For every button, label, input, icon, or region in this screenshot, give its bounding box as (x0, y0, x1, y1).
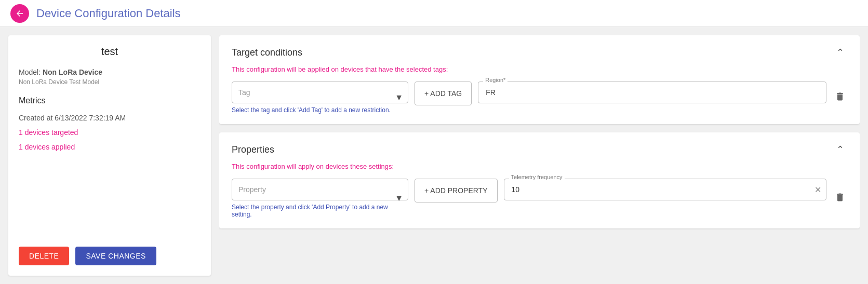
right-panel: Target conditions ⌃ This configuration w… (219, 35, 860, 276)
delete-region-button[interactable] (833, 89, 847, 106)
devices-targeted: 1 devices targeted (19, 128, 201, 137)
left-panel: test Model: Non LoRa Device Non LoRa Dev… (8, 35, 211, 276)
region-input[interactable] (478, 82, 826, 103)
delete-telemetry-button[interactable] (833, 190, 847, 207)
tag-hint: Select the tag and click 'Add Tag' to ad… (232, 106, 408, 114)
telemetry-label: Telemetry frequency (509, 174, 565, 180)
tag-dropdown[interactable]: Tag (232, 82, 408, 103)
add-property-button[interactable]: + ADD PROPERTY (415, 179, 498, 202)
clear-telemetry-button[interactable]: ✕ (814, 185, 821, 195)
target-conditions-card: Target conditions ⌃ This configuration w… (219, 35, 860, 124)
metrics-heading: Metrics (19, 96, 201, 105)
properties-card: Properties ⌃ This configuration will app… (219, 132, 860, 228)
left-actions: DELETE SAVE CHANGES (19, 236, 201, 265)
back-button[interactable] (10, 4, 29, 23)
card-header-properties: Properties ⌃ (232, 143, 847, 156)
page-title: Device Configuration Details (36, 7, 181, 20)
collapse-properties-button[interactable]: ⌃ (833, 143, 847, 156)
property-hint: Select the property and click 'Add Prope… (232, 204, 408, 218)
tag-row: Tag ▼ Select the tag and click 'Add Tag'… (232, 82, 847, 114)
save-changes-button[interactable]: SAVE CHANGES (75, 247, 156, 265)
model-label: Model: Non LoRa Device (19, 68, 201, 76)
page-header: Device Configuration Details (0, 0, 868, 27)
model-name: Non LoRa Device (43, 68, 102, 76)
delete-button[interactable]: DELETE (19, 247, 69, 265)
main-content: test Model: Non LoRa Device Non LoRa Dev… (0, 27, 868, 284)
add-tag-button[interactable]: + ADD TAG (415, 82, 472, 105)
card-header-target: Target conditions ⌃ (232, 46, 847, 59)
tag-dropdown-wrapper: Tag ▼ Select the tag and click 'Add Tag'… (232, 82, 408, 114)
region-label: Region* (483, 77, 508, 83)
model-sub: Non LoRa Device Test Model (19, 78, 201, 86)
telemetry-field-group: Telemetry frequency ✕ (504, 179, 826, 200)
target-conditions-title: Target conditions (232, 47, 302, 58)
property-dropdown-wrapper: Property ▼ Select the property and click… (232, 179, 408, 218)
property-dropdown[interactable]: Property (232, 179, 408, 200)
created-at: Created at 6/13/2022 7:32:19 AM (19, 114, 201, 122)
property-row: Property ▼ Select the property and click… (232, 179, 847, 218)
collapse-target-button[interactable]: ⌃ (833, 46, 847, 59)
device-name: test (19, 46, 201, 58)
telemetry-input[interactable] (504, 179, 826, 200)
properties-title: Properties (232, 144, 274, 155)
region-field-group: Region* (478, 82, 826, 103)
properties-subtitle: This configuration will apply on devices… (232, 163, 847, 170)
devices-applied: 1 devices applied (19, 143, 201, 151)
target-conditions-subtitle: This configuration will be applied on de… (232, 65, 847, 73)
